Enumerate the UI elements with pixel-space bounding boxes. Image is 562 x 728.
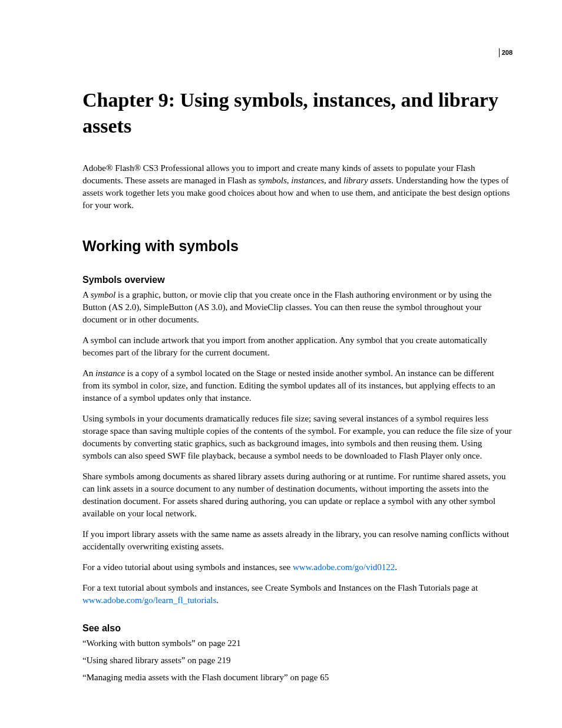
body-paragraph: A symbol is a graphic, button, or movie … <box>82 289 513 326</box>
text-italic: symbols <box>258 176 286 185</box>
text: is a copy of a symbol located on the Sta… <box>82 368 495 403</box>
body-paragraph: An instance is a copy of a symbol locate… <box>82 367 513 404</box>
see-also-item: “Working with button symbols” on page 22… <box>82 637 513 650</box>
body-paragraph: Share symbols among documents as shared … <box>82 470 513 520</box>
text-italic: instance <box>95 368 125 378</box>
text: For a text tutorial about symbols and in… <box>82 583 478 592</box>
text: . <box>216 595 219 605</box>
text: , and <box>324 176 343 185</box>
see-also-item: “Managing media assets with the Flash do… <box>82 671 513 684</box>
text-italic: library assets <box>343 176 391 185</box>
text-italic: symbol <box>91 290 116 299</box>
body-paragraph: If you import library assets with the sa… <box>82 528 513 553</box>
see-also-title: See also <box>82 623 513 634</box>
section-title: Working with symbols <box>82 238 513 255</box>
chapter-title: Chapter 9: Using symbols, instances, and… <box>82 87 513 139</box>
body-paragraph: For a video tutorial about using symbols… <box>82 561 513 574</box>
text: . <box>395 562 397 572</box>
subsection-title: Symbols overview <box>82 275 513 285</box>
text: A <box>82 290 91 299</box>
text: For a video tutorial about using symbols… <box>82 562 293 572</box>
text: is a graphic, button, or movie clip that… <box>82 290 491 324</box>
link-text-tutorial[interactable]: www.adobe.com/go/learn_fl_tutorials <box>82 595 216 605</box>
body-paragraph: Using symbols in your documents dramatic… <box>82 413 513 462</box>
page-number: 208 <box>499 48 513 57</box>
link-video-tutorial[interactable]: www.adobe.com/go/vid0122 <box>293 562 395 572</box>
see-also-item: “Using shared library assets” on page 21… <box>82 654 513 667</box>
text: An <box>82 368 95 378</box>
text-italic: instances <box>291 176 324 185</box>
body-paragraph: For a text tutorial about symbols and in… <box>82 582 513 607</box>
body-paragraph: A symbol can include artwork that you im… <box>82 334 513 359</box>
document-page: 208 Chapter 9: Using symbols, instances,… <box>0 0 562 728</box>
intro-paragraph: Adobe® Flash® CS3 Professional allows yo… <box>82 162 513 212</box>
